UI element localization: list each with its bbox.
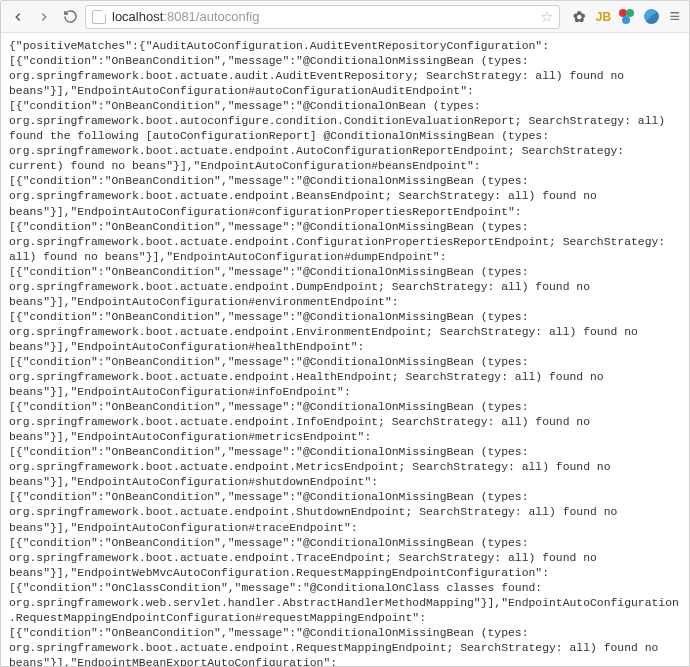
arrow-right-icon	[37, 10, 51, 24]
bookmark-star-icon[interactable]: ☆	[540, 8, 553, 26]
url-path: /autoconfig	[196, 9, 260, 24]
chrome-menu-button[interactable]: ≡	[666, 6, 683, 27]
page-icon	[92, 10, 106, 24]
back-button[interactable]	[7, 6, 29, 28]
url-display: localhost:8081/autoconfig	[112, 9, 536, 24]
arrow-left-icon	[11, 10, 25, 24]
adblock-extension-icon[interactable]	[618, 8, 636, 26]
url-host: localhost	[112, 9, 163, 24]
extension-icons: ✿ JB ≡	[564, 6, 683, 27]
response-body[interactable]: {"positiveMatches":{"AuditAutoConfigurat…	[1, 33, 689, 666]
settings-extension-icon[interactable]: ✿	[570, 8, 588, 26]
url-port: :8081	[163, 9, 196, 24]
reload-button[interactable]	[59, 6, 81, 28]
address-bar[interactable]: localhost:8081/autoconfig ☆	[85, 5, 560, 29]
browser-window: localhost:8081/autoconfig ☆ ✿ JB ≡ {"pos…	[0, 0, 690, 667]
reload-icon	[63, 9, 78, 24]
browser-toolbar: localhost:8081/autoconfig ☆ ✿ JB ≡	[1, 1, 689, 33]
jetbrains-extension-icon[interactable]: JB	[594, 8, 612, 26]
forward-button[interactable]	[33, 6, 55, 28]
globe-extension-icon[interactable]	[642, 8, 660, 26]
